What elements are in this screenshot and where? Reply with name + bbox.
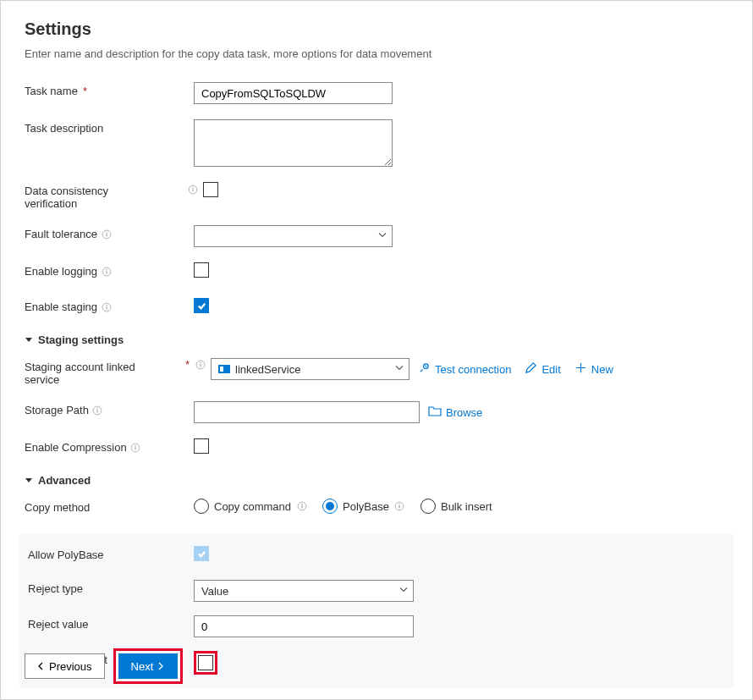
- enable-logging-checkbox[interactable]: [194, 262, 209, 278]
- caret-down-icon: [25, 333, 33, 346]
- next-button[interactable]: Next: [118, 653, 179, 679]
- svg-point-19: [97, 408, 98, 409]
- bulk-insert-radio-label: Bulk insert: [441, 500, 492, 513]
- svg-point-7: [106, 269, 107, 270]
- data-consistency-label: Data consistency verification: [25, 182, 187, 210]
- svg-point-10: [106, 305, 107, 306]
- svg-rect-2: [192, 189, 193, 191]
- copy-method-label: Copy method: [25, 499, 194, 514]
- caret-down-icon: [25, 474, 33, 487]
- enable-compression-checkbox[interactable]: [194, 438, 209, 454]
- copy-command-radio-label: Copy command: [214, 500, 291, 513]
- advanced-toggle[interactable]: Advanced: [25, 474, 728, 487]
- enable-compression-label: Enable Compression: [25, 438, 194, 454]
- enable-staging-checkbox[interactable]: [194, 298, 209, 313]
- enable-staging-label: Enable staging: [25, 298, 194, 313]
- info-icon[interactable]: [195, 359, 206, 370]
- svg-rect-14: [200, 364, 201, 367]
- info-icon[interactable]: [187, 185, 198, 196]
- edit-button[interactable]: Edit: [525, 361, 560, 377]
- info-icon[interactable]: [92, 405, 103, 416]
- linked-service-label: Staging account linked service: [25, 358, 184, 386]
- pencil-icon: [525, 361, 537, 377]
- svg-rect-23: [135, 447, 136, 449]
- wizard-footer: Previous Next: [25, 648, 183, 684]
- allow-polybase-label: Allow PolyBase: [25, 546, 194, 561]
- reject-type-select[interactable]: Value: [194, 580, 414, 602]
- storage-path-label: Storage Path: [25, 401, 194, 416]
- required-asterisk: *: [83, 85, 87, 97]
- fault-tolerance-select[interactable]: [194, 225, 393, 247]
- new-button[interactable]: New: [574, 361, 613, 377]
- svg-point-13: [200, 362, 201, 363]
- allow-polybase-checkbox: [194, 546, 209, 561]
- svg-rect-26: [301, 505, 302, 508]
- svg-rect-29: [399, 505, 400, 508]
- reject-type-label: Reject type: [25, 580, 194, 595]
- task-name-input[interactable]: [194, 82, 393, 104]
- svg-rect-11: [106, 306, 107, 309]
- page-subtitle: Enter name and description for the copy …: [25, 47, 728, 60]
- data-consistency-checkbox[interactable]: [203, 182, 218, 197]
- previous-button[interactable]: Previous: [25, 653, 105, 679]
- info-icon[interactable]: [101, 229, 112, 240]
- fault-tolerance-label: Fault tolerance: [25, 225, 194, 240]
- info-icon[interactable]: [130, 442, 141, 453]
- reject-value-label: Reject value: [25, 615, 194, 631]
- required-asterisk: *: [185, 358, 190, 371]
- svg-point-22: [135, 445, 136, 446]
- svg-rect-5: [106, 234, 107, 236]
- polybase-radio-label: PolyBase: [343, 500, 389, 513]
- svg-point-4: [106, 232, 107, 233]
- storage-path-input[interactable]: [194, 401, 420, 423]
- svg-rect-20: [97, 410, 98, 412]
- svg-rect-16: [220, 367, 223, 372]
- settings-panel: Settings Enter name and description for …: [0, 0, 753, 700]
- task-description-textarea[interactable]: [194, 119, 393, 167]
- task-name-label: Task name*: [25, 82, 194, 97]
- copy-command-radio[interactable]: [194, 499, 209, 514]
- folder-icon: [428, 405, 442, 420]
- svg-point-1: [192, 187, 193, 188]
- svg-point-28: [399, 504, 400, 504]
- use-type-default-highlight: [194, 651, 217, 675]
- plus-icon: [574, 361, 587, 377]
- enable-logging-label: Enable logging: [25, 262, 194, 278]
- chevron-left-icon: [37, 660, 46, 673]
- linked-service-icon: [218, 365, 230, 373]
- browse-button[interactable]: Browse: [428, 405, 482, 420]
- task-description-label: Task description: [25, 119, 194, 135]
- page-title: Settings: [25, 19, 728, 39]
- info-icon[interactable]: [101, 301, 112, 312]
- test-connection-icon: [418, 361, 431, 377]
- info-icon[interactable]: [296, 501, 307, 512]
- info-icon[interactable]: [101, 266, 112, 277]
- reject-value-input[interactable]: [194, 615, 414, 637]
- staging-settings-toggle[interactable]: Staging settings: [25, 333, 728, 346]
- polybase-radio[interactable]: [322, 499, 338, 514]
- use-type-default-checkbox[interactable]: [198, 655, 213, 670]
- linked-service-select[interactable]: linkedService: [211, 358, 409, 380]
- next-button-highlight: Next: [113, 648, 184, 684]
- svg-rect-8: [106, 271, 107, 273]
- chevron-right-icon: [157, 660, 165, 673]
- bulk-insert-radio[interactable]: [420, 499, 436, 514]
- svg-point-25: [301, 504, 302, 504]
- info-icon[interactable]: [394, 501, 405, 512]
- test-connection-button[interactable]: Test connection: [418, 361, 511, 377]
